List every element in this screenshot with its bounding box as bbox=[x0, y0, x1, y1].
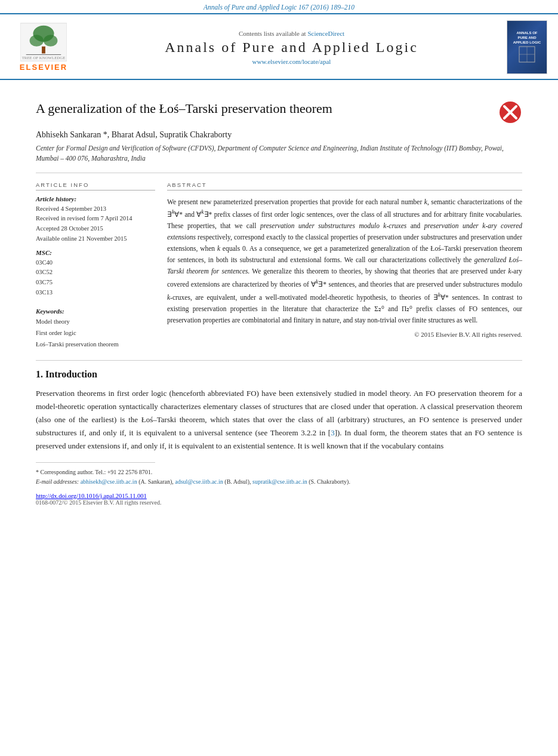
section-number: 1. bbox=[36, 369, 43, 379]
svg-point-2 bbox=[30, 35, 44, 47]
affiliation: Center for Formal Design and Verificatio… bbox=[36, 143, 522, 164]
elsevier-logo-graphic: TREE OF KNOWLEDGE bbox=[20, 23, 67, 62]
svg-rect-4 bbox=[42, 47, 45, 54]
history-title: Article history: bbox=[36, 195, 155, 202]
cover-graphic bbox=[518, 45, 536, 63]
email-adsul[interactable]: adsul@cse.iitb.ac.in bbox=[175, 478, 223, 485]
journal-title-header: Annals of Pure and Applied Logic bbox=[82, 39, 501, 56]
section-divider-1 bbox=[36, 173, 522, 173]
keywords-list: Model theory First order logic Łoś–Tarsk… bbox=[36, 316, 155, 351]
journal-url: www.elsevier.com/locate/apal bbox=[82, 58, 501, 65]
journal-top-bar: Annals of Pure and Applied Logic 167 (20… bbox=[0, 0, 558, 13]
header-center: Contents lists available at ScienceDirec… bbox=[76, 30, 507, 65]
footnote-email: E-mail addresses: abhisekh@cse.iitb.ac.i… bbox=[36, 477, 522, 487]
contents-line: Contents lists available at ScienceDirec… bbox=[82, 30, 501, 37]
abstract-heading: ABSTRACT bbox=[167, 182, 522, 190]
license-text: 0168-0072/© 2015 Elsevier B.V. All right… bbox=[36, 499, 522, 506]
msc-title: MSC: bbox=[36, 249, 155, 256]
footnote-star-text: * Corresponding author. Tel.: +91 22 257… bbox=[36, 469, 152, 475]
crossmark-logo[interactable] bbox=[498, 100, 522, 124]
history-dates: Received 4 September 2013 Received in re… bbox=[36, 204, 155, 244]
journal-cover-text: ANNALS OFPURE ANDAPPLIED LOGIC bbox=[513, 31, 541, 45]
email-label: E-mail addresses: bbox=[36, 478, 79, 485]
abstract-text: We present new parameterized preservatio… bbox=[167, 196, 522, 326]
svg-text:TREE OF KNOWLEDGE: TREE OF KNOWLEDGE bbox=[22, 56, 66, 60]
copyright-line: © 2015 Elsevier B.V. All rights reserved… bbox=[167, 331, 522, 338]
msc-codes: 03C4003C5203C7503C13 bbox=[36, 258, 155, 298]
paper-title-text: A generalization of the Łoś–Tarski prese… bbox=[36, 100, 492, 118]
journal-cover: ANNALS OFPURE ANDAPPLIED LOGIC bbox=[507, 20, 547, 74]
elsevier-brand-text: ELSEVIER bbox=[20, 63, 67, 72]
article-info-heading: ARTICLE INFO bbox=[36, 182, 155, 190]
contents-prefix: Contents lists available at bbox=[239, 30, 306, 37]
elsevier-logo: TREE OF KNOWLEDGE ELSEVIER bbox=[11, 23, 76, 72]
authors: Abhisekh Sankaran *, Bharat Adsul, Supra… bbox=[36, 130, 522, 140]
paper-title-block: A generalization of the Łoś–Tarski prese… bbox=[36, 100, 522, 124]
svg-point-3 bbox=[44, 35, 57, 47]
footnote-star: * Corresponding author. Tel.: +91 22 257… bbox=[36, 468, 522, 477]
abstract-column: ABSTRACT We present new parameterized pr… bbox=[167, 182, 522, 351]
keywords-title: Keywords: bbox=[36, 308, 155, 315]
journal-citation: Annals of Pure and Applied Logic 167 (20… bbox=[204, 4, 354, 11]
email-abhisekh[interactable]: abhisekh@cse.iitb.ac.in bbox=[81, 478, 137, 485]
publisher-header: TREE OF KNOWLEDGE ELSEVIER Contents list… bbox=[0, 14, 558, 80]
article-abstract-columns: ARTICLE INFO Article history: Received 4… bbox=[36, 182, 522, 351]
authors-text: Abhisekh Sankaran *, Bharat Adsul, Supra… bbox=[36, 130, 232, 139]
footnote-divider bbox=[36, 462, 155, 463]
article-info-column: ARTICLE INFO Article history: Received 4… bbox=[36, 182, 155, 351]
main-content: A generalization of the Łoś–Tarski prese… bbox=[0, 80, 558, 518]
section-divider-2 bbox=[36, 360, 522, 361]
doi-link[interactable]: http://dx.doi.org/10.1016/j.apal.2015.11… bbox=[36, 493, 522, 499]
ref-3-link[interactable]: 3 bbox=[331, 428, 335, 437]
intro-paragraph-1: Preservation theorems in first order log… bbox=[36, 387, 522, 453]
introduction-heading: 1. Introduction bbox=[36, 369, 522, 380]
sciencedirect-link[interactable]: ScienceDirect bbox=[307, 30, 344, 37]
introduction-title: Introduction bbox=[45, 369, 97, 379]
email-supratik[interactable]: supratik@cse.iitb.ac.in bbox=[252, 478, 307, 485]
